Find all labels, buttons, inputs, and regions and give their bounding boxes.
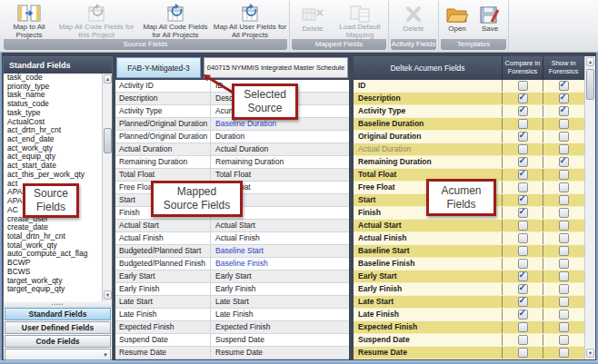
compare-in-forensics-checkbox[interactable] bbox=[518, 322, 528, 332]
acumen-field-row[interactable]: Baseline Duration bbox=[354, 118, 584, 131]
compare-in-forensics-checkbox[interactable]: ✓ bbox=[518, 195, 528, 205]
compare-in-forensics-checkbox[interactable] bbox=[518, 144, 528, 154]
mapped-field-row[interactable]: Actual StartActual Start bbox=[115, 220, 349, 232]
show-in-forensics-checkbox[interactable] bbox=[559, 170, 569, 180]
show-in-forensics-checkbox[interactable] bbox=[559, 259, 569, 269]
compare-in-forensics-checkbox[interactable] bbox=[518, 335, 528, 345]
mapped-field-row[interactable]: Suspend DateSuspend Date bbox=[115, 334, 349, 347]
acumen-field-row[interactable]: Original Duration✓ bbox=[354, 131, 584, 143]
acumen-field-row[interactable]: Early Finish✓ bbox=[354, 283, 584, 296]
mapped-field-row[interactable]: Actual DurationActual Duration bbox=[115, 143, 349, 156]
compare-in-forensics-checkbox[interactable]: ✓ bbox=[518, 93, 528, 103]
compare-in-forensics-checkbox[interactable] bbox=[518, 221, 528, 231]
compare-in-forensics-checkbox[interactable]: ✓ bbox=[518, 170, 528, 180]
field-category-dropdown[interactable]: ▼ bbox=[5, 349, 111, 360]
map-all-user-fields-for-all-projects-button[interactable]: Map All User Fields for All Projects bbox=[213, 2, 287, 40]
show-in-forensics-checkbox[interactable] bbox=[559, 310, 569, 320]
show-in-forensics-checkbox[interactable] bbox=[559, 233, 569, 243]
panel-splitter[interactable]: ••••• bbox=[4, 301, 112, 308]
acumen-field-row[interactable]: Remaining Duration✓✓ bbox=[354, 156, 584, 169]
acumen-field-row[interactable]: Description✓✓ bbox=[354, 93, 584, 105]
acumen-field-row[interactable]: ID✓ bbox=[354, 80, 584, 93]
acumen-field-row[interactable]: Late Finish✓ bbox=[354, 309, 584, 321]
category-button-standard-fields[interactable]: Standard Fields bbox=[5, 308, 111, 320]
acumen-field-row[interactable]: Actual Duration bbox=[354, 143, 584, 156]
compare-in-forensics-checkbox[interactable] bbox=[518, 259, 528, 269]
mapped-field-row[interactable]: Actual FinishActual Finish bbox=[115, 232, 349, 245]
show-in-forensics-checkbox[interactable]: ✓ bbox=[559, 106, 569, 116]
source-field-item[interactable]: act_this_per_work_qty bbox=[4, 171, 112, 180]
mapped-field-row[interactable]: Total FloatTotal Float bbox=[115, 169, 349, 182]
mapped-field-row[interactable]: Expected FinishExpected Finish bbox=[115, 321, 349, 334]
acumen-field-row[interactable]: Suspend Date bbox=[354, 334, 584, 347]
acumen-field-row[interactable]: Baseline Start bbox=[354, 245, 584, 258]
mapped-field-row[interactable]: Late FinishLate Finish bbox=[115, 309, 349, 321]
acumen-field-row[interactable]: Late Start✓ bbox=[354, 296, 584, 309]
acumen-field-row[interactable]: Activity Type✓✓ bbox=[354, 105, 584, 118]
source-tab-selected[interactable]: FAB-Y-Mitigated-3 bbox=[116, 57, 201, 78]
show-in-forensics-checkbox[interactable] bbox=[559, 132, 569, 142]
show-in-forensics-checkbox[interactable]: ✓ bbox=[559, 81, 569, 91]
compare-in-forensics-checkbox[interactable] bbox=[518, 246, 528, 256]
acumen-field-row[interactable]: Actual Finish bbox=[354, 232, 584, 245]
acumen-field-row[interactable]: Resume Date bbox=[354, 347, 584, 359]
show-in-forensics-checkbox[interactable] bbox=[559, 208, 569, 218]
acumen-field-row[interactable]: Expected Finish bbox=[354, 321, 584, 334]
compare-in-forensics-checkbox[interactable] bbox=[518, 119, 528, 129]
compare-in-forensics-checkbox[interactable] bbox=[518, 182, 528, 192]
source-field-item[interactable]: target_equip_qty bbox=[4, 285, 112, 294]
compare-in-forensics-checkbox[interactable]: ✓ bbox=[518, 310, 528, 320]
acumen-grid-scrollbar[interactable]: ▲ ▼ bbox=[584, 56, 595, 359]
scrollbar-thumb[interactable] bbox=[586, 69, 594, 100]
show-in-forensics-checkbox[interactable]: ✓ bbox=[559, 93, 569, 103]
show-in-forensics-checkbox[interactable] bbox=[559, 297, 569, 307]
delete-button: Delete bbox=[391, 2, 436, 40]
compare-in-forensics-checkbox[interactable] bbox=[518, 233, 528, 243]
scroll-up-icon[interactable]: ▲ bbox=[104, 74, 112, 84]
show-in-forensics-checkbox[interactable]: ✓ bbox=[559, 157, 569, 167]
compare-in-forensics-checkbox[interactable]: ✓ bbox=[518, 132, 528, 142]
mapped-field-row[interactable]: Early FinishEarly Finish bbox=[115, 283, 349, 296]
acumen-field-row[interactable]: Actual Start bbox=[354, 220, 584, 232]
show-in-forensics-checkbox[interactable] bbox=[559, 284, 569, 294]
mapped-field-row[interactable]: Budgeted/Planned StartBaseline Start bbox=[115, 245, 349, 258]
compare-in-forensics-checkbox[interactable]: ✓ bbox=[518, 284, 528, 294]
show-in-forensics-checkbox[interactable] bbox=[559, 322, 569, 332]
open-button[interactable]: Open bbox=[441, 2, 473, 40]
show-in-forensics-checkbox[interactable] bbox=[559, 182, 569, 192]
compare-in-forensics-checkbox[interactable] bbox=[518, 348, 528, 358]
compare-in-forensics-checkbox[interactable]: ✓ bbox=[518, 271, 528, 281]
show-in-forensics-checkbox[interactable] bbox=[559, 221, 569, 231]
source-fields-scrollbar[interactable]: ▲ ▼ bbox=[102, 74, 112, 301]
mapped-field-row[interactable]: Late StartLate Start bbox=[115, 296, 349, 309]
show-in-forensics-checkbox[interactable] bbox=[559, 119, 569, 129]
acumen-field-row[interactable]: Early Start✓ bbox=[354, 271, 584, 283]
map-all-code-fields-for-all-projects-button[interactable]: Map All Code Fields for All Projects bbox=[138, 2, 213, 40]
show-in-forensics-checkbox[interactable] bbox=[559, 271, 569, 281]
mapped-field-row[interactable]: Budgeted/Planned FinishBaseline Finish bbox=[115, 258, 349, 271]
compare-in-forensics-checkbox[interactable]: ✓ bbox=[518, 157, 528, 167]
save-button[interactable]: Save bbox=[473, 2, 506, 40]
compare-in-forensics-checkbox[interactable] bbox=[518, 81, 528, 91]
mapped-field-row[interactable]: Planned/Original DurationDuration bbox=[115, 131, 349, 143]
mapped-field-row[interactable]: Resume DateResume Date bbox=[115, 347, 349, 359]
scroll-down-icon[interactable]: ▼ bbox=[104, 290, 112, 300]
show-in-forensics-checkbox[interactable] bbox=[559, 335, 569, 345]
acumen-field-row[interactable]: Baseline Finish bbox=[354, 258, 584, 271]
scrollbar-thumb[interactable] bbox=[104, 128, 112, 153]
show-in-forensics-checkbox[interactable] bbox=[559, 246, 569, 256]
map-to-all-projects-button[interactable]: Map to All Projects bbox=[4, 2, 55, 40]
scroll-up-icon[interactable]: ▲ bbox=[586, 57, 594, 66]
scroll-down-icon[interactable]: ▼ bbox=[586, 349, 594, 358]
compare-in-forensics-checkbox[interactable]: ✓ bbox=[518, 106, 528, 116]
compare-in-forensics-checkbox[interactable]: ✓ bbox=[518, 297, 528, 307]
show-in-forensics-checkbox[interactable] bbox=[559, 144, 569, 154]
mapped-field-row[interactable]: Early StartEarly Start bbox=[115, 271, 349, 283]
category-button-code-fields[interactable]: Code Fields bbox=[5, 335, 111, 348]
show-in-forensics-checkbox[interactable] bbox=[559, 348, 569, 358]
category-button-user-defined-fields[interactable]: User Defined Fields bbox=[5, 321, 111, 334]
mapped-field-row[interactable]: Planned/Original DurationBaseline Durati… bbox=[115, 118, 349, 131]
show-in-forensics-checkbox[interactable] bbox=[559, 195, 569, 205]
mapped-field-row[interactable]: Remaining DurationRemaining Duration bbox=[115, 156, 349, 169]
compare-in-forensics-checkbox[interactable]: ✓ bbox=[518, 208, 528, 218]
